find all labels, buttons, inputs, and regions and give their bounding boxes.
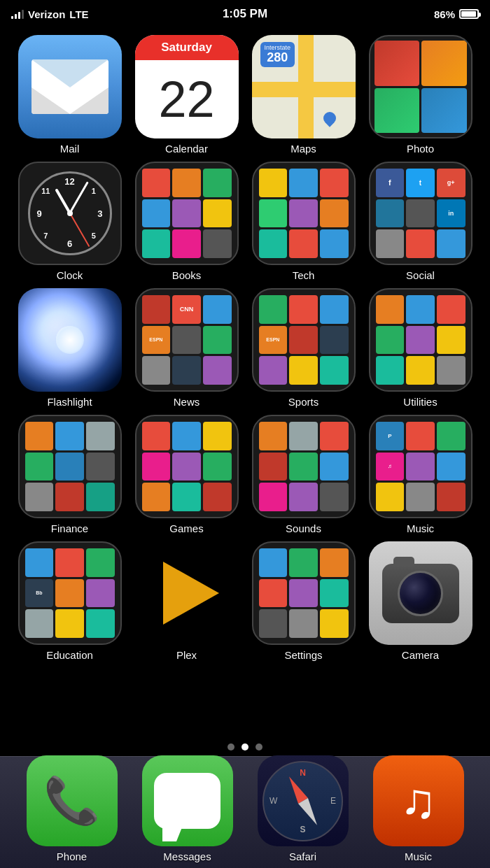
dock-messages[interactable]: Messages bbox=[142, 755, 233, 862]
app-social[interactable]: f t g+ in Social bbox=[365, 162, 476, 281]
phone-symbol: 📞 bbox=[43, 774, 100, 827]
battery-percent: 86% bbox=[434, 8, 455, 20]
clock-icon: 12 1 11 3 9 5 7 6 bbox=[18, 162, 122, 265]
map-highway-sign: Interstate 280 bbox=[260, 42, 295, 67]
app-calendar[interactable]: Saturday 22 Calendar bbox=[131, 35, 242, 155]
sports-icon: ESPN bbox=[252, 288, 356, 392]
maps-label: Maps bbox=[290, 143, 316, 155]
maps-icon: Interstate 280 bbox=[252, 35, 356, 138]
app-flashlight[interactable]: Flashlight bbox=[14, 288, 125, 408]
calendar-icon: Saturday 22 bbox=[135, 35, 239, 138]
app-maps[interactable]: Interstate 280 Maps bbox=[248, 35, 359, 155]
app-settings[interactable]: Settings bbox=[248, 541, 359, 661]
sounds-label: Sounds bbox=[286, 522, 321, 534]
app-sounds[interactable]: Sounds bbox=[248, 415, 359, 534]
social-icon: f t g+ in bbox=[369, 162, 472, 265]
utilities-icon bbox=[369, 288, 472, 392]
settings-label: Settings bbox=[284, 649, 322, 661]
app-plex[interactable]: Plex bbox=[131, 541, 242, 661]
music-icon: P ♬ bbox=[369, 415, 472, 518]
dock-music[interactable]: ♫ Music bbox=[373, 755, 464, 862]
messages-label: Messages bbox=[163, 851, 211, 862]
app-camera[interactable]: Camera bbox=[365, 541, 476, 661]
flashlight-label: Flashlight bbox=[47, 396, 92, 408]
app-music[interactable]: P ♬ Music bbox=[365, 415, 476, 534]
camera-icon bbox=[369, 541, 472, 645]
music-note-symbol: ♫ bbox=[400, 773, 437, 829]
mail-icon bbox=[18, 35, 122, 138]
dock-phone[interactable]: 📞 Phone bbox=[27, 755, 118, 862]
plex-label: Plex bbox=[176, 649, 197, 661]
app-utilities[interactable]: Utilities bbox=[365, 288, 476, 408]
status-time: 1:05 PM bbox=[223, 7, 267, 21]
games-icon bbox=[135, 415, 239, 518]
dock-safari[interactable]: N S E W Safari bbox=[258, 755, 349, 862]
app-grid: Mail Saturday 22 Calendar Interstate 280… bbox=[0, 28, 490, 668]
app-games[interactable]: Games bbox=[131, 415, 242, 534]
camera-label: Camera bbox=[402, 649, 439, 661]
app-sports[interactable]: ESPN Sports bbox=[248, 288, 359, 408]
sports-label: Sports bbox=[288, 396, 318, 408]
battery-info: 86% bbox=[434, 8, 479, 20]
clock-face: 12 1 11 3 9 5 7 6 bbox=[28, 171, 112, 255]
calendar-day: 22 bbox=[158, 74, 214, 124]
education-label: Education bbox=[46, 649, 93, 661]
games-label: Games bbox=[169, 522, 203, 534]
page-dots bbox=[0, 744, 490, 750]
signal-icon bbox=[11, 9, 24, 19]
settings-icon bbox=[252, 541, 356, 645]
news-icon: CNN ESPN bbox=[135, 288, 239, 392]
compass: N S E W bbox=[262, 761, 343, 841]
tech-label: Tech bbox=[293, 269, 315, 281]
status-bar: Verizon LTE 1:05 PM 86% bbox=[0, 0, 490, 28]
app-tech[interactable]: Tech bbox=[248, 162, 359, 281]
photo-icon bbox=[369, 35, 472, 138]
clock-label: Clock bbox=[57, 269, 83, 281]
flashlight-icon bbox=[18, 288, 122, 392]
messages-icon bbox=[142, 755, 233, 846]
dock: 📞 Phone Messages N S E W Safari ♫ Music bbox=[0, 756, 490, 868]
app-news[interactable]: CNN ESPN News bbox=[131, 288, 242, 408]
books-label: Books bbox=[172, 269, 202, 281]
page-dot-2[interactable] bbox=[241, 744, 248, 750]
utilities-label: Utilities bbox=[403, 396, 437, 408]
calendar-label: Calendar bbox=[165, 143, 208, 155]
page-dot-1[interactable] bbox=[227, 744, 234, 750]
app-finance[interactable]: Finance bbox=[14, 415, 125, 534]
photo-label: Photo bbox=[407, 143, 434, 155]
network-type: LTE bbox=[69, 8, 88, 20]
education-icon: Bb bbox=[18, 541, 122, 645]
phone-label: Phone bbox=[57, 851, 87, 862]
sounds-icon bbox=[252, 415, 356, 518]
page-dot-3[interactable] bbox=[255, 744, 262, 750]
finance-label: Finance bbox=[51, 522, 88, 534]
plex-icon bbox=[135, 541, 239, 645]
battery-icon bbox=[459, 9, 479, 19]
music-dock-label: Music bbox=[405, 851, 432, 862]
social-label: Social bbox=[406, 269, 435, 281]
app-clock[interactable]: 12 1 11 3 9 5 7 6 Clock bbox=[14, 162, 125, 281]
app-books[interactable]: Books bbox=[131, 162, 242, 281]
carrier-name: Verizon bbox=[28, 8, 65, 20]
tech-icon bbox=[252, 162, 356, 265]
music-dock-icon: ♫ bbox=[373, 755, 464, 846]
map-pin-icon bbox=[323, 112, 336, 124]
calendar-body: 22 bbox=[135, 60, 239, 138]
safari-label: Safari bbox=[289, 851, 316, 862]
phone-icon: 📞 bbox=[27, 755, 118, 846]
safari-icon: N S E W bbox=[258, 755, 349, 846]
calendar-month: Saturday bbox=[135, 35, 239, 60]
music-label: Music bbox=[407, 522, 434, 534]
news-label: News bbox=[174, 396, 200, 408]
app-mail[interactable]: Mail bbox=[14, 35, 125, 155]
message-bubble bbox=[154, 773, 220, 829]
finance-icon bbox=[18, 415, 122, 518]
books-icon bbox=[135, 162, 239, 265]
mail-label: Mail bbox=[60, 143, 80, 155]
carrier-signal: Verizon LTE bbox=[11, 8, 89, 20]
app-photo[interactable]: Photo bbox=[365, 35, 476, 155]
app-education[interactable]: Bb Education bbox=[14, 541, 125, 661]
